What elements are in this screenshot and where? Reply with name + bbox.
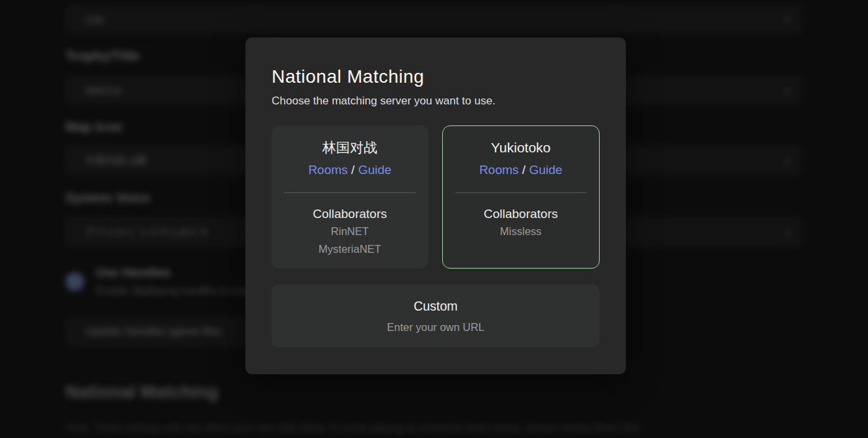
national-matching-dialog: National Matching Choose the matching se…: [245, 37, 626, 374]
server-links: Rooms / Guide: [272, 162, 428, 179]
card-divider: [455, 192, 587, 193]
collaborators-label: Collaborators: [272, 206, 428, 223]
server-options-row: 林国对战 Rooms / Guide Collaborators RinNET …: [272, 125, 600, 269]
collaborator-name: RinNET: [272, 223, 428, 240]
custom-server-card[interactable]: Custom Enter your own URL: [272, 284, 600, 347]
rooms-link[interactable]: Rooms: [479, 163, 518, 177]
link-separator: /: [351, 163, 358, 177]
guide-link[interactable]: Guide: [529, 163, 562, 177]
guide-link[interactable]: Guide: [358, 163, 392, 177]
rooms-link[interactable]: Rooms: [308, 163, 348, 177]
collaborators-label: Collaborators: [443, 206, 600, 223]
card-divider: [284, 192, 416, 193]
server-card-linguo[interactable]: 林国对战 Rooms / Guide Collaborators RinNET …: [272, 125, 428, 269]
dialog-title: National Matching: [272, 66, 600, 87]
server-links: Rooms / Guide: [443, 162, 600, 179]
custom-title: Custom: [272, 297, 600, 315]
custom-subtitle: Enter your own URL: [272, 319, 600, 335]
collaborator-name: Missless: [443, 223, 600, 240]
link-separator: /: [522, 163, 529, 177]
server-name: 林国对战: [272, 139, 428, 157]
server-name: Yukiotoko: [443, 139, 600, 157]
server-card-yukiotoko[interactable]: Yukiotoko Rooms / Guide Collaborators Mi…: [442, 125, 600, 269]
collaborator-name: MysteriaNET: [272, 240, 428, 258]
dialog-subtitle: Choose the matching server you want to u…: [272, 95, 600, 108]
